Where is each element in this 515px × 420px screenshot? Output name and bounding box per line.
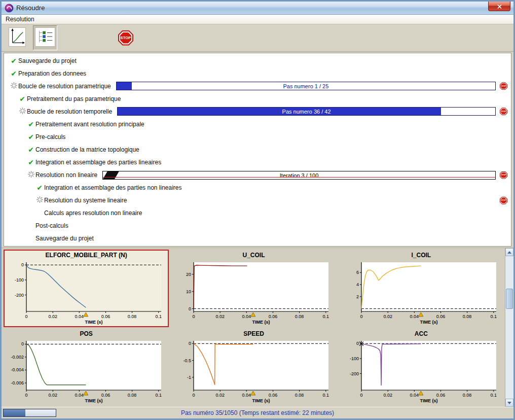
svg-text:20: 20 (186, 272, 191, 277)
check-icon: ✔ (26, 159, 35, 166)
resolve-window: Résoudre Resolution (0, 0, 515, 420)
svg-text:6: 6 (356, 270, 359, 275)
svg-text:0.1: 0.1 (490, 393, 497, 398)
time-marker (84, 312, 88, 317)
task-row: ✔Integration et assemblage des parties n… (6, 182, 509, 194)
charts-scrollbar[interactable] (505, 248, 513, 407)
svg-text:0.04: 0.04 (75, 314, 84, 319)
app-logo-icon (5, 4, 14, 13)
svg-text:0.1: 0.1 (156, 314, 162, 319)
chart-i-coil[interactable]: I_COIL24600.020.040.060.080.1TIME (s) (339, 250, 504, 327)
svg-text:0.06: 0.06 (436, 314, 446, 319)
menu-resolution[interactable]: Resolution (2, 15, 39, 23)
svg-text:TIME (s): TIME (s) (420, 320, 437, 325)
task-label: Calculs apres resolution non lineaire (44, 209, 145, 217)
svg-text:TIME (s): TIME (s) (85, 398, 103, 403)
svg-text:0.06: 0.06 (269, 314, 278, 319)
svg-text:0: 0 (189, 341, 191, 346)
time-marker (419, 391, 423, 395)
svg-text:0.02: 0.02 (216, 314, 225, 319)
scroll-down-button[interactable] (505, 399, 513, 407)
svg-text:0.06: 0.06 (101, 393, 111, 398)
svg-text:0.08: 0.08 (128, 314, 137, 319)
chart-plot: 0-0.002-0.004-0.00600.020.040.060.080.1T… (6, 337, 166, 403)
task-progress-bar: Pas numero 1 / 25 (116, 82, 496, 90)
svg-text:0.02: 0.02 (383, 314, 392, 319)
task-row: Post-calculs (6, 220, 509, 232)
chart-title: SPEED (243, 330, 264, 337)
spinner-icon (18, 107, 27, 116)
svg-text:0: 0 (360, 314, 362, 319)
task-row: ✔Sauvegarde du projet (6, 54, 509, 67)
chart-plot: 0-100-20000.020.040.060.080.1TIME (s) (341, 337, 501, 403)
task-label: Resolution du systeme lineaire (44, 197, 130, 204)
task-row: ✔Pretraitement avant resolution principa… (6, 118, 509, 130)
titlebar[interactable]: Résoudre (2, 2, 513, 15)
svg-text:-0.004: -0.004 (11, 367, 24, 372)
task-label: Boucle de resolution parametrique (18, 83, 114, 90)
close-button[interactable] (488, 2, 510, 11)
stop-task-button[interactable]: STOP (500, 171, 507, 179)
chart-u-coil[interactable]: U_COIL0102000.020.040.060.080.1TIME (s) (171, 250, 336, 327)
check-icon: ✔ (9, 70, 18, 77)
task-label: Resolution non lineaire (35, 171, 100, 179)
svg-text:0.04: 0.04 (410, 314, 419, 319)
spinner-icon (26, 170, 35, 180)
window-title: Résoudre (16, 4, 45, 12)
menubar: Resolution (2, 15, 513, 24)
svg-text:0.04: 0.04 (242, 314, 251, 319)
task-label: Post-calculs (35, 222, 71, 229)
svg-text:4: 4 (356, 282, 359, 287)
time-marker (419, 312, 423, 317)
task-progress-bar: Pas numero 36 / 42 (117, 107, 496, 116)
svg-text:TIME (s): TIME (s) (252, 398, 270, 403)
chart-pos[interactable]: POS0-0.002-0.004-0.00600.020.040.060.080… (4, 328, 169, 406)
task-row: Boucle de resolution parametriquePas num… (6, 80, 509, 92)
task-label: Pretraitement avant resolution principal… (35, 121, 148, 128)
task-row: ✔Pretraitement du pas parametrique (6, 92, 509, 105)
arrow-down-icon (507, 402, 511, 404)
charts-area: ELFORC_MOBILE_PART (N)0-100-20000.020.04… (2, 248, 513, 407)
chart-elforc-mobile-part[interactable]: ELFORC_MOBILE_PART (N)0-100-20000.020.04… (4, 250, 169, 327)
task-row: Boucle de resolution temporellePas numer… (6, 105, 509, 118)
svg-text:-0.006: -0.006 (11, 380, 24, 386)
svg-text:-200: -200 (15, 293, 24, 298)
curves-view-button[interactable] (7, 25, 28, 50)
stop-task-button[interactable]: STOP (500, 108, 507, 115)
task-list-icon (35, 27, 55, 48)
chart-speed[interactable]: SPEED0-0.5-100.020.040.060.080.1TIME (s) (171, 328, 336, 406)
stop-all-button[interactable]: STOP (118, 30, 133, 46)
svg-text:0.1: 0.1 (156, 393, 162, 398)
task-label: Preparation des donnees (18, 70, 89, 77)
task-label: Integration et assemblage des parties no… (44, 184, 185, 191)
stop-task-button[interactable]: STOP (500, 197, 507, 204)
svg-text:0: 0 (360, 393, 362, 398)
task-row: Calculs apres resolution non lineaire (6, 207, 509, 220)
svg-text:0: 0 (25, 393, 28, 398)
scroll-up-button[interactable] (505, 248, 513, 256)
svg-text:-0.5: -0.5 (183, 358, 192, 363)
check-icon: ✔ (35, 184, 44, 191)
svg-text:0.1: 0.1 (323, 393, 329, 398)
list-view-button[interactable] (33, 25, 57, 50)
chart-title: U_COIL (242, 252, 265, 259)
task-label: Boucle de resolution temporelle (27, 108, 115, 115)
stop-task-button[interactable]: STOP (500, 82, 507, 90)
close-icon (497, 3, 502, 10)
svg-text:0.06: 0.06 (269, 393, 278, 398)
svg-text:0: 0 (21, 341, 24, 346)
task-progress-text: Pas numero 1 / 25 (117, 82, 495, 90)
svg-text:TIME (s): TIME (s) (252, 320, 270, 325)
svg-text:-0.002: -0.002 (11, 354, 24, 359)
svg-text:0.02: 0.02 (216, 393, 225, 398)
svg-text:0: 0 (193, 314, 195, 319)
time-marker (251, 312, 255, 317)
scrollbar-thumb[interactable] (506, 289, 513, 309)
arrow-up-icon (507, 251, 511, 254)
svg-text:0.1: 0.1 (490, 314, 497, 319)
svg-text:0.04: 0.04 (242, 393, 251, 398)
task-label: Pretraitement du pas parametrique (27, 95, 124, 102)
task-progress-text: Iteration 3 / 100 (103, 171, 495, 180)
task-row: ✔Construction de la matrice topologique (6, 143, 509, 156)
chart-acc[interactable]: ACC0-100-20000.020.040.060.080.1TIME (s) (339, 328, 504, 406)
